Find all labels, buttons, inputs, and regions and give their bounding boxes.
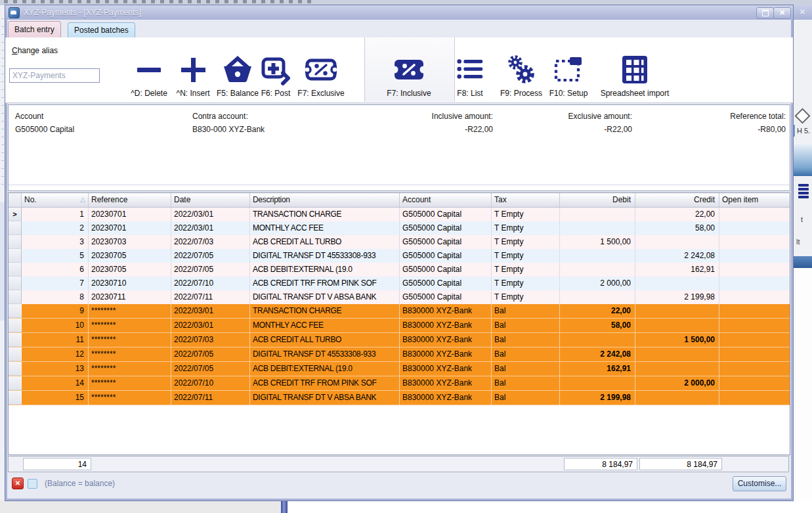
header-open-item[interactable]: Open item [719, 193, 790, 207]
cell-description[interactable]: DIGITAL TRANSF DT 45533308-933 [250, 347, 400, 361]
cell-debit[interactable]: 2 199,98 [560, 391, 635, 405]
row-selector[interactable] [9, 391, 22, 405]
cell-date[interactable]: 2022/07/10 [171, 277, 250, 290]
cell-credit[interactable] [635, 319, 719, 332]
cell-description[interactable]: ACB CREDIT TRF FROM PINK SOF [250, 376, 400, 390]
cell-description[interactable]: MONTHLY ACC FEE [250, 221, 400, 235]
row-selector[interactable] [9, 249, 22, 263]
cell-open-item[interactable] [719, 319, 790, 332]
cell-description[interactable]: DIGITAL TRANSF DT 45533308-933 [250, 249, 400, 263]
cell-no[interactable]: 1 [22, 208, 89, 221]
cell-tax[interactable]: T Empty [492, 290, 560, 304]
row-selector[interactable] [9, 376, 22, 390]
cell-tax[interactable]: Bal [492, 319, 560, 332]
cell-date[interactable]: 2022/03/01 [171, 304, 250, 318]
cell-date[interactable]: 2022/07/05 [171, 362, 250, 376]
cell-debit[interactable]: 162,91 [560, 362, 635, 376]
close-button[interactable]: ✕ [773, 7, 791, 19]
row-selector[interactable] [9, 319, 22, 332]
cell-open-item[interactable] [719, 221, 790, 235]
cell-open-item[interactable] [719, 290, 790, 304]
cell-reference[interactable]: ******** [89, 347, 171, 361]
tab-posted-batches[interactable]: Posted batches [68, 22, 135, 37]
cell-credit[interactable]: 162,91 [635, 263, 719, 277]
cell-credit[interactable]: 1 500,00 [635, 333, 719, 347]
cell-no[interactable]: 8 [22, 290, 89, 304]
cell-debit[interactable]: 2 000,00 [560, 277, 635, 290]
cell-debit[interactable] [560, 333, 635, 347]
cell-date[interactable]: 2022/07/05 [171, 249, 250, 263]
cell-debit[interactable]: 2 242,08 [560, 347, 635, 361]
cell-open-item[interactable] [719, 362, 790, 376]
customise-button[interactable]: Customise... [733, 476, 786, 491]
cell-credit[interactable]: 22,00 [635, 208, 719, 221]
cell-reference[interactable]: ******** [89, 333, 171, 347]
cell-debit[interactable]: 1 500,00 [560, 235, 635, 249]
cell-account[interactable]: B830000 XYZ-Bank [400, 319, 492, 332]
cell-account[interactable]: G505000 Capital [400, 263, 492, 277]
cell-debit[interactable] [560, 208, 635, 221]
cell-description[interactable]: ACB CREDIT ALL TURBO [250, 333, 400, 347]
cell-account[interactable]: B830000 XYZ-Bank [400, 304, 492, 318]
cell-reference[interactable]: 20230703 [89, 235, 171, 249]
cell-credit[interactable] [635, 235, 719, 249]
row-selector[interactable]: > [9, 208, 22, 221]
table-row[interactable]: 10 ******** 2022/03/01 MONTHLY ACC FEE B… [9, 319, 790, 333]
cell-date[interactable]: 2022/03/01 [171, 319, 250, 332]
cell-no[interactable]: 9 [22, 304, 89, 318]
cell-no[interactable]: 12 [22, 347, 89, 361]
cell-date[interactable]: 2022/03/01 [171, 221, 250, 235]
cell-open-item[interactable] [719, 391, 790, 405]
cell-no[interactable]: 15 [22, 391, 89, 405]
table-row[interactable]: 5 20230705 2022/07/05 DIGITAL TRANSF DT … [9, 249, 790, 263]
cell-date[interactable]: 2022/03/01 [171, 208, 250, 221]
process-button[interactable]: F9: Process [496, 40, 546, 100]
balance-button[interactable]: F5: Balance [213, 40, 262, 100]
cell-no[interactable]: 11 [22, 333, 89, 347]
cell-credit[interactable]: 2 199,98 [635, 290, 719, 304]
cell-description[interactable]: DIGITAL TRANSF DT V ABSA BANK [250, 290, 400, 304]
table-row[interactable]: 8 20230711 2022/07/11 DIGITAL TRANSF DT … [9, 290, 790, 304]
cell-open-item[interactable] [719, 249, 790, 263]
cell-date[interactable]: 2022/07/11 [171, 391, 250, 405]
cell-description[interactable]: ACB CREDIT ALL TURBO [250, 235, 400, 249]
cell-reference[interactable]: ******** [89, 319, 171, 332]
cell-account[interactable]: G505000 Capital [400, 290, 492, 304]
row-selector[interactable] [9, 362, 22, 376]
cell-debit[interactable]: 58,00 [560, 319, 635, 332]
table-row[interactable]: > 1 20230701 2022/03/01 TRANSACTION CHAR… [9, 208, 790, 221]
cell-no[interactable]: 7 [22, 277, 89, 290]
cell-account[interactable]: G505000 Capital [400, 249, 492, 263]
row-selector[interactable] [9, 235, 22, 249]
cell-date[interactable]: 2022/07/03 [171, 333, 250, 347]
cell-reference[interactable]: ******** [89, 391, 171, 405]
tab-batch-entry[interactable]: Batch entry [8, 21, 61, 37]
cell-account[interactable]: B830000 XYZ-Bank [400, 347, 492, 361]
background-close-icon[interactable]: ✕ [793, 5, 812, 20]
cell-open-item[interactable] [719, 304, 790, 318]
cell-tax[interactable]: T Empty [492, 208, 560, 221]
row-selector[interactable] [9, 333, 22, 347]
cell-debit[interactable]: 22,00 [560, 304, 635, 318]
cell-date[interactable]: 2022/07/05 [171, 263, 250, 277]
cell-debit[interactable] [560, 249, 635, 263]
header-no[interactable]: No.△ [22, 193, 89, 207]
header-credit[interactable]: Credit [635, 193, 719, 207]
cell-reference[interactable]: 20230701 [89, 221, 171, 235]
header-tax[interactable]: Tax [492, 193, 560, 207]
cell-date[interactable]: 2022/07/11 [171, 290, 250, 304]
cell-tax[interactable]: Bal [492, 391, 560, 405]
title-bar[interactable]: XYZ-Payments - [XYZ-Payments] ✕ [5, 5, 793, 20]
table-row[interactable]: 6 20230705 2022/07/05 ACB DEBIT:EXTERNAL… [9, 263, 790, 277]
cell-credit[interactable]: 58,00 [635, 221, 719, 235]
cell-open-item[interactable] [719, 376, 790, 390]
cell-account[interactable]: B830000 XYZ-Bank [400, 391, 492, 405]
header-debit[interactable]: Debit [560, 193, 635, 207]
cell-tax[interactable]: Bal [492, 333, 560, 347]
row-selector[interactable] [9, 304, 22, 318]
cell-description[interactable]: DIGITAL TRANSF DT V ABSA BANK [250, 391, 400, 405]
cell-open-item[interactable] [719, 208, 790, 221]
header-account[interactable]: Account [400, 193, 492, 207]
cell-credit[interactable] [635, 304, 719, 318]
cell-reference[interactable]: 20230701 [89, 208, 171, 221]
